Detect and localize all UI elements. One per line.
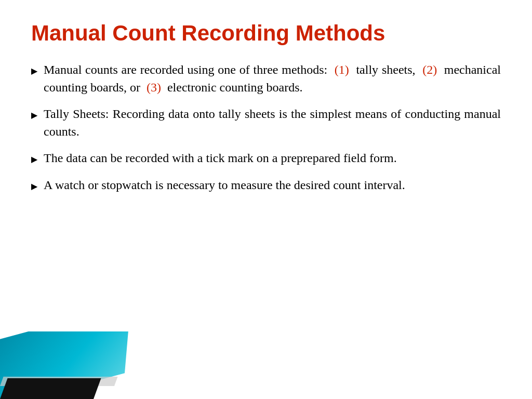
list-item: A watch or stopwatch is necessary to mea… — [31, 177, 501, 194]
red-accent-2: (2) — [422, 63, 437, 76]
deco-black-shape — [0, 378, 101, 399]
item-text-4: A watch or stopwatch is necessary to mea… — [44, 177, 501, 194]
bullet-icon — [31, 151, 37, 166]
list-item: The data can be recorded with a tick mar… — [31, 150, 501, 167]
list-item: Manual counts are recorded using one of … — [31, 61, 501, 96]
bullet-icon — [31, 63, 37, 77]
slide-title: Manual Count Recording Methods — [31, 21, 501, 46]
bullet-icon — [31, 107, 37, 122]
bullet-list: Manual counts are recorded using one of … — [31, 61, 501, 194]
red-accent-3: (3) — [147, 81, 161, 94]
item-text-2: Tally Sheets: Recording data onto tally … — [44, 105, 501, 140]
bullet-icon — [31, 178, 37, 193]
list-item: Tally Sheets: Recording data onto tally … — [31, 105, 501, 140]
slide: Manual Count Recording Methods Manual co… — [0, 0, 532, 399]
red-accent-1: (1) — [335, 63, 349, 76]
bottom-decoration — [0, 331, 135, 399]
item-text-1: Manual counts are recorded using one of … — [44, 61, 501, 96]
item-text-3: The data can be recorded with a tick mar… — [44, 150, 501, 167]
